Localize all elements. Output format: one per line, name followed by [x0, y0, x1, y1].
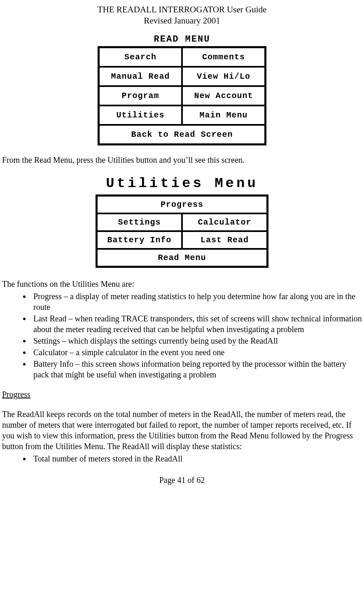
util-calculator[interactable]: Calculator — [182, 213, 267, 231]
read-menu-comments[interactable]: Comments — [182, 47, 265, 67]
util-last-read[interactable]: Last Read — [182, 231, 267, 249]
read-menu-main-menu[interactable]: Main Menu — [182, 105, 265, 125]
read-menu-search[interactable]: Search — [99, 47, 182, 67]
section-heading-progress: Progress — [2, 389, 362, 400]
utilities-menu-title: Utilities Menu — [2, 176, 362, 191]
doc-revised: Revised January 2001 — [2, 15, 362, 26]
paragraph-2: The functions on the Utilities Menu are: — [2, 279, 362, 289]
read-menu-grid: Search Comments Manual Read View Hi/Lo P… — [98, 46, 266, 145]
utilities-menu-grid: Progress Settings Calculator Battery Inf… — [96, 194, 268, 268]
doc-title: THE READALL INTERROGATOR User Guide — [2, 4, 362, 15]
list-item: Settings – which displays the settings c… — [31, 335, 362, 346]
read-menu-utilities[interactable]: Utilities — [99, 105, 182, 125]
list-item: Calculator – a simple calculator in the … — [31, 347, 362, 358]
read-menu-new-account[interactable]: New Account — [182, 86, 265, 105]
util-read-menu[interactable]: Read Menu — [97, 249, 267, 267]
util-settings[interactable]: Settings — [97, 213, 182, 231]
stats-list: Total number of meters stored in the Rea… — [2, 453, 362, 464]
functions-list: Progress – a display of meter reading st… — [2, 291, 362, 380]
list-item: Progress – a display of meter reading st… — [31, 291, 362, 312]
utilities-menu-screenshot: Progress Settings Calculator Battery Inf… — [96, 194, 268, 268]
list-item: Battery Info – this screen shows informa… — [31, 358, 362, 380]
util-progress[interactable]: Progress — [97, 196, 267, 213]
list-item: Last Read – when reading TRACE transpond… — [31, 313, 362, 335]
read-menu-title: READ MENU — [98, 34, 266, 45]
page-header: THE READALL INTERROGATOR User Guide Revi… — [2, 0, 362, 27]
paragraph-3: The ReadAll keeps records on the total n… — [2, 409, 362, 452]
read-menu-manual-read[interactable]: Manual Read — [99, 67, 182, 86]
read-menu-view-hilo[interactable]: View Hi/Lo — [182, 67, 265, 86]
page-footer: Page 41 of 62 — [2, 475, 362, 489]
read-menu-back[interactable]: Back to Read Screen — [99, 125, 265, 144]
read-menu-program[interactable]: Program — [99, 86, 182, 105]
util-battery-info[interactable]: Battery Info — [97, 231, 182, 249]
read-menu-screenshot: READ MENU Search Comments Manual Read Vi… — [98, 34, 266, 145]
paragraph-1: From the Read Menu, press the Utilities … — [2, 155, 362, 165]
list-item: Total number of meters stored in the Rea… — [31, 453, 362, 464]
